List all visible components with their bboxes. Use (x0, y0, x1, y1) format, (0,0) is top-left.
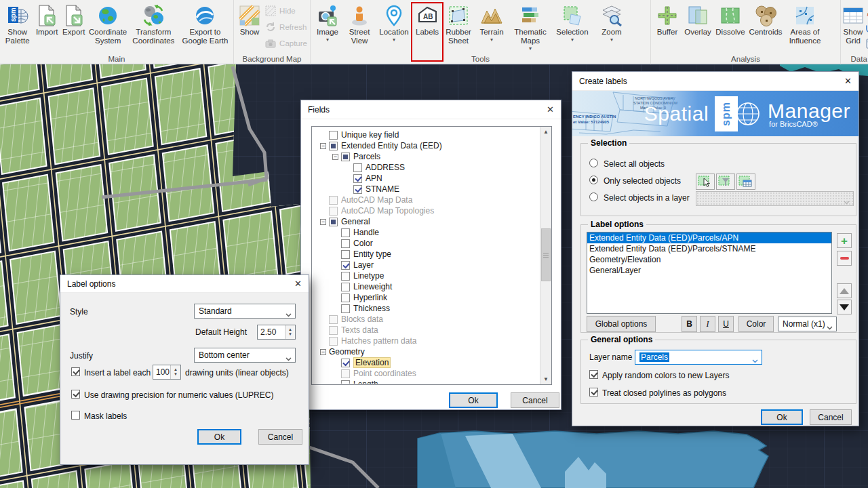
tree-item[interactable]: −Extended Entity Data (EED) (313, 140, 539, 151)
tree-item[interactable]: Unique key field (313, 129, 539, 140)
tree-checkbox[interactable] (341, 359, 350, 367)
tree-item[interactable]: Length (313, 379, 539, 384)
random-colors-checkbox[interactable] (589, 370, 598, 379)
export-google-earth-button[interactable]: Export to Google Earth (178, 0, 232, 53)
text-scale-select[interactable]: Normal (x1) (778, 317, 837, 331)
tree-checkbox[interactable] (353, 174, 362, 183)
capture-background-button[interactable]: Capture (264, 35, 309, 52)
label-options-titlebar[interactable]: Label options ✕ (60, 275, 309, 293)
tree-checkbox[interactable] (329, 315, 338, 324)
tree-checkbox[interactable] (341, 152, 350, 161)
tree-item[interactable]: APN (313, 173, 539, 184)
ok-button[interactable]: Ok (449, 392, 498, 408)
tree-item[interactable]: AutoCAD Map Topologies (313, 205, 539, 216)
collapse-icon[interactable]: − (320, 349, 326, 355)
import-button[interactable]: Import (33, 0, 60, 53)
tree-checkbox[interactable] (341, 239, 350, 248)
calculate-data-button[interactable]: C (864, 35, 868, 52)
luprec-checkbox[interactable] (71, 390, 80, 399)
tree-item[interactable]: Linetype (313, 270, 539, 281)
label-field-item[interactable]: Geometry/Elevation (587, 254, 831, 265)
street-view-button[interactable]: Street View (343, 0, 376, 53)
collapse-icon[interactable]: − (332, 154, 338, 160)
tree-item[interactable]: Lineweight (313, 281, 539, 292)
tree-checkbox[interactable] (341, 293, 350, 302)
collapse-icon[interactable]: − (320, 219, 326, 225)
labels-button[interactable]: AB Labels (412, 0, 442, 53)
label-field-item[interactable]: General/Layer (587, 265, 831, 276)
tree-checkbox[interactable] (341, 250, 350, 259)
ok-button[interactable]: Ok (761, 409, 803, 425)
tree-item[interactable]: Handle (313, 227, 539, 238)
tree-checkbox[interactable] (353, 185, 362, 194)
dropdown-icon[interactable]: ▾ (490, 37, 493, 43)
cancel-button[interactable]: Cancel (511, 392, 559, 408)
underline-button[interactable]: U (718, 316, 734, 332)
tree-checkbox[interactable] (329, 326, 338, 335)
pick-objects-button[interactable] (696, 174, 715, 190)
scroll-down-icon[interactable]: ▼ (540, 374, 551, 384)
default-height-input[interactable]: 2.50 ▲▼ (257, 325, 296, 340)
tree-checkbox[interactable] (341, 380, 350, 384)
ok-button[interactable]: Ok (197, 429, 241, 445)
fields-dialog-titlebar[interactable]: Fields ✕ (301, 100, 561, 119)
vertical-scrollbar[interactable]: ▲ ▼ (540, 127, 551, 384)
italic-button[interactable]: I (700, 316, 715, 332)
tree-checkbox[interactable] (341, 228, 350, 237)
label-field-item[interactable]: Extended Entity Data (EED)/Parcels/APN (587, 232, 831, 243)
tree-item[interactable]: −Geometry (313, 346, 539, 357)
dropdown-icon[interactable]: ▾ (326, 37, 329, 43)
closed-polylines-checkbox[interactable] (589, 388, 598, 396)
tree-checkbox[interactable] (329, 142, 338, 150)
tree-item[interactable]: ADDRESS (313, 162, 539, 173)
justify-select[interactable]: Bottom center (194, 348, 296, 363)
tree-item[interactable]: −Parcels (313, 151, 539, 162)
layer-name-input[interactable]: Parcels (635, 350, 762, 365)
dropdown-icon[interactable]: ▾ (393, 37, 395, 43)
tree-item[interactable]: Blocks data (313, 314, 539, 325)
select-layer-radio[interactable] (589, 192, 598, 201)
show-palette-button[interactable]: spm Show Palette (1, 0, 33, 53)
tree-item[interactable]: Point coordinates (313, 368, 539, 379)
refresh-background-button[interactable]: Refresh (264, 19, 309, 35)
close-icon[interactable]: ✕ (834, 76, 852, 86)
tree-item[interactable]: Thickness (313, 303, 539, 314)
collapse-icon[interactable]: − (320, 143, 326, 149)
scroll-up-icon[interactable]: ▲ (540, 127, 551, 137)
close-icon[interactable]: ✕ (284, 279, 302, 289)
color-button[interactable]: Color (738, 316, 774, 332)
dissolve-button[interactable]: Dissolve (713, 0, 747, 53)
tree-checkbox[interactable] (329, 337, 338, 346)
tree-checkbox[interactable] (341, 272, 350, 281)
tree-item[interactable]: Hyperlink (313, 292, 539, 303)
export-button[interactable]: Export (60, 0, 87, 53)
filter-objects-button[interactable] (716, 174, 735, 190)
areas-of-influence-button[interactable]: Areas of Influence (784, 0, 826, 53)
tree-item[interactable]: −General (313, 216, 539, 227)
bold-button[interactable]: B (682, 316, 697, 332)
select-all-radio[interactable] (589, 159, 598, 167)
edit-data-button[interactable] (864, 3, 868, 19)
spinner-arrows-icon[interactable]: ▲▼ (285, 325, 295, 339)
image-button[interactable]: Image ▾ (312, 0, 343, 53)
dropdown-icon[interactable]: ▾ (529, 45, 532, 52)
move-up-button[interactable] (837, 283, 852, 298)
cancel-button[interactable]: Cancel (258, 429, 302, 445)
tree-item[interactable]: Texts data (313, 325, 539, 336)
tree-item[interactable]: STNAME (313, 184, 539, 195)
tree-checkbox[interactable] (341, 369, 350, 378)
show-grid-button[interactable]: Show Grid (842, 0, 864, 53)
tree-item[interactable]: Elevation (313, 357, 539, 368)
tree-checkbox[interactable] (329, 207, 338, 216)
centroids-button[interactable]: Centroids (747, 0, 784, 53)
thematic-maps-button[interactable]: Thematic Maps ▾ (509, 0, 552, 53)
tree-item[interactable]: Color (313, 238, 539, 249)
cancel-button[interactable]: Cancel (810, 409, 852, 425)
tree-checkbox[interactable] (341, 261, 350, 270)
hide-background-button[interactable]: Hide (264, 3, 309, 19)
spinner-arrows-icon[interactable]: ▲▼ (170, 365, 180, 379)
close-icon[interactable]: ✕ (536, 104, 554, 115)
style-select[interactable]: Standard (194, 304, 296, 319)
selection-button[interactable]: Selection ▾ (552, 0, 593, 53)
terrain-button[interactable]: Terrain ▾ (475, 0, 509, 53)
